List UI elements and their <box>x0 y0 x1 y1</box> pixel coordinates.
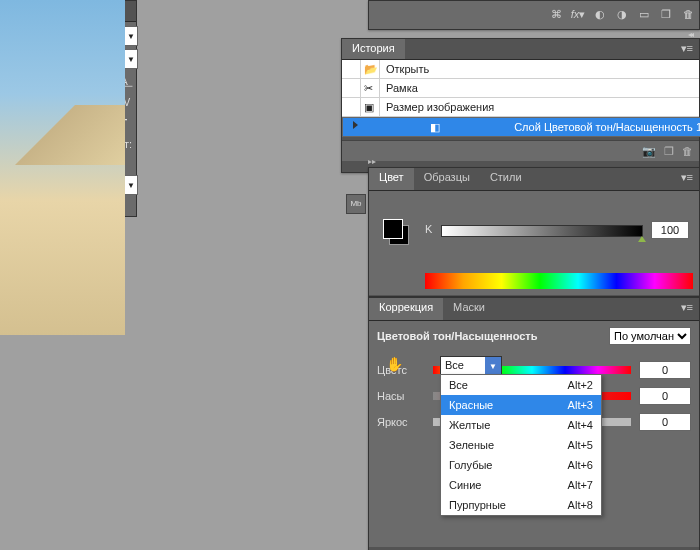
history-item[interactable]: ◧ Слой Цветовой тон/Насыщенность 1 <box>342 117 700 137</box>
history-item[interactable]: ✂ Рамка <box>342 79 699 98</box>
color-panel: Цвет Образцы Стили ▾≡ K 100 <box>368 167 700 297</box>
channel-label: K <box>425 223 432 235</box>
menu-item[interactable]: КрасныеAlt+3 <box>441 395 601 415</box>
history-panel: История ▾≡ 📂 Открыть ✂ Рамка ▣ Размер из… <box>341 38 700 173</box>
new-icon[interactable]: ❐ <box>659 7 673 21</box>
light-value[interactable]: 0 <box>639 413 691 431</box>
mask-icon[interactable]: ◐ <box>593 7 607 21</box>
menu-item[interactable]: ЖелтыеAlt+4 <box>441 415 601 435</box>
panel-menu-icon[interactable]: ▾≡ <box>675 39 699 59</box>
tab-correction[interactable]: Коррекция <box>369 298 443 320</box>
menu-item[interactable]: ЗеленыеAlt+5 <box>441 435 601 455</box>
tab-masks[interactable]: Маски <box>443 298 495 320</box>
preset-select[interactable]: По умолчан <box>609 327 691 345</box>
history-pointer-icon <box>353 121 358 129</box>
spectrum-ramp[interactable] <box>425 273 693 289</box>
trash-icon[interactable]: 🗑 <box>682 145 693 157</box>
tab-styles[interactable]: Стили <box>480 168 532 190</box>
fx-icon[interactable]: fx▾ <box>571 7 585 21</box>
trash-icon[interactable]: 🗑 <box>681 7 695 21</box>
crop-icon: ✂ <box>364 82 376 94</box>
menu-item[interactable]: ПурпурныеAlt+8 <box>441 495 601 515</box>
history-list: 📂 Открыть ✂ Рамка ▣ Размер изображения ◧… <box>342 60 699 137</box>
expand-icon[interactable]: ▸▸ <box>368 157 376 166</box>
tab-swatches[interactable]: Образцы <box>414 168 480 190</box>
history-item[interactable]: 📂 Открыть <box>342 60 699 79</box>
tab-history[interactable]: История <box>342 39 405 59</box>
adjustment-icon[interactable]: ◑ <box>615 7 629 21</box>
scrubby-icon[interactable]: ✋ <box>386 356 403 372</box>
sat-value[interactable]: 0 <box>639 387 691 405</box>
range-menu: ВсеAlt+2 КрасныеAlt+3 ЖелтыеAlt+4 Зелены… <box>440 374 602 516</box>
light-label: Яркос <box>377 416 425 428</box>
menu-item[interactable]: ГолубыеAlt+6 <box>441 455 601 475</box>
tab-color[interactable]: Цвет <box>369 168 414 190</box>
chevron-down-icon[interactable]: ▼ <box>485 357 501 375</box>
snapshot-icon[interactable]: 📷 <box>642 145 656 158</box>
adjustment-title: Цветовой тон/Насыщенность <box>377 330 538 342</box>
mb-button[interactable]: Mb <box>346 194 366 214</box>
panel-menu-icon[interactable]: ▾≡ <box>675 168 699 190</box>
hue-value[interactable]: 0 <box>639 361 691 379</box>
open-icon: 📂 <box>364 63 376 75</box>
k-value[interactable]: 100 <box>651 221 689 239</box>
history-item[interactable]: ▣ Размер изображения <box>342 98 699 117</box>
new-doc-icon[interactable]: ❐ <box>664 145 674 158</box>
color-swatch[interactable] <box>383 219 409 245</box>
k-slider[interactable] <box>441 225 643 237</box>
group-icon[interactable]: ▭ <box>637 7 651 21</box>
layers-panel-footer: ⌘ fx▾ ◐ ◑ ▭ ❐ 🗑 <box>368 0 700 30</box>
hue-layer-icon: ◧ <box>430 121 442 133</box>
panel-menu-icon[interactable]: ▾≡ <box>675 298 699 320</box>
resize-icon: ▣ <box>364 101 376 113</box>
document-canvas[interactable] <box>0 0 125 335</box>
link-icon[interactable]: ⌘ <box>549 7 563 21</box>
range-select[interactable]: Все ▼ <box>440 356 502 376</box>
menu-item[interactable]: ВсеAlt+2 <box>441 375 601 395</box>
menu-item[interactable]: СиниеAlt+7 <box>441 475 601 495</box>
sat-label: Насы <box>377 390 425 402</box>
